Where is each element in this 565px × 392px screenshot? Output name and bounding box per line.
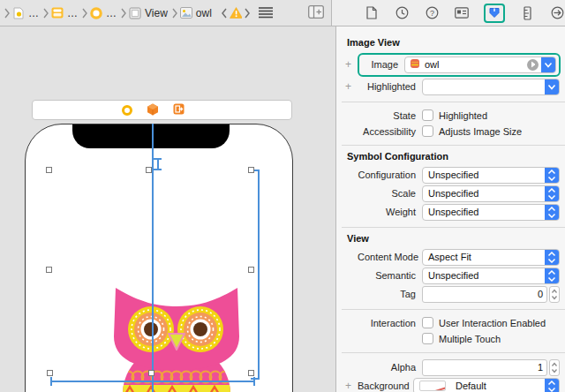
weight-popup[interactable]: Unspecified (422, 204, 560, 221)
storyboard-file-icon (12, 7, 25, 19)
breadcrumb-item-owl[interactable]: owl (180, 7, 212, 19)
separator (342, 352, 565, 353)
resize-handle-top-center[interactable] (146, 167, 152, 173)
inspector-tab-bar: ? (332, 0, 565, 26)
scale-popup[interactable]: Unspecified (422, 185, 560, 202)
bottom-line-right-cap (253, 377, 255, 386)
breadcrumb-label: … (28, 7, 39, 19)
breadcrumb-item-storyboard[interactable]: … (12, 7, 39, 19)
tag-stepper[interactable] (549, 286, 560, 303)
issues-list-icon[interactable] (258, 6, 274, 20)
chevron-right-icon (171, 8, 178, 19)
configuration-popup[interactable]: Unspecified (422, 167, 560, 184)
semantic-popup[interactable]: Unspecified (422, 268, 560, 284)
owl-image[interactable] (112, 288, 245, 392)
background-value: Default (456, 381, 486, 391)
breadcrumb-label: owl (196, 7, 212, 19)
section-title-symbol-configuration: Symbol Configuration (347, 151, 565, 162)
attributes-inspector-tab[interactable] (484, 4, 505, 23)
add-attribute-button[interactable]: + (345, 80, 358, 93)
highlighted-combo-box[interactable] (422, 79, 560, 95)
resize-handle-mid-left[interactable] (46, 267, 52, 273)
breadcrumb-item-view[interactable]: View (129, 7, 168, 19)
history-inspector-tab[interactable] (394, 5, 410, 21)
connections-inspector-tab[interactable] (549, 5, 565, 21)
attributes-inspector-panel: Image View + Image owl (336, 26, 565, 392)
svg-text:?: ? (429, 9, 433, 18)
view-controller-icon[interactable] (122, 105, 132, 116)
content-mode-row: Content Mode Aspect Fit (336, 248, 560, 266)
interface-builder-canvas[interactable] (0, 26, 336, 392)
chevron-up-down-icon (545, 204, 559, 221)
user-interaction-enabled-checkbox[interactable] (422, 317, 433, 328)
scale-row: Scale Unspecified (336, 185, 560, 202)
previous-issue-button[interactable] (221, 8, 228, 19)
status-bar-notch (72, 124, 230, 148)
chevron-down-icon[interactable] (545, 79, 559, 95)
resize-handle-top-right[interactable] (248, 167, 254, 173)
resize-handle-top-left[interactable] (46, 167, 52, 173)
resize-handle-mid-right[interactable] (248, 267, 254, 273)
alpha-stepper[interactable] (549, 359, 560, 376)
window-icon (51, 7, 64, 19)
image-label: Image (365, 59, 398, 70)
background-row: + Background Default (336, 377, 560, 392)
warning-triangle-icon[interactable] (230, 7, 242, 19)
multiple-touch-checkbox[interactable] (422, 333, 433, 344)
chevron-down-icon[interactable] (541, 57, 555, 73)
alpha-label: Alpha (358, 362, 416, 373)
alpha-field[interactable]: 1 (422, 359, 547, 376)
resize-handle-bottom-left[interactable] (47, 370, 53, 376)
add-editor-button[interactable] (308, 5, 324, 20)
state-row: State Highlighted (336, 108, 560, 123)
jump-to-image-icon[interactable] (527, 59, 539, 71)
trailing-bottom-tick (251, 378, 260, 380)
interaction-label: Interaction (358, 318, 416, 328)
view-icon (129, 7, 141, 19)
state-label: State (358, 110, 416, 121)
content-mode-popup[interactable]: Aspect Fit (422, 249, 560, 266)
quick-help-inspector-tab[interactable]: ? (424, 5, 440, 21)
xcode-window: … … … View (0, 0, 565, 392)
adjusts-image-size-checkbox[interactable] (422, 125, 433, 137)
image-row: + Image owl (336, 52, 560, 77)
user-interaction-enabled-label: User Interaction Enabled (439, 318, 546, 328)
scene-dock (32, 100, 292, 120)
tag-field[interactable]: 0 (422, 286, 547, 303)
weight-value: Unspecified (428, 207, 478, 217)
highlighted-checkbox[interactable] (422, 109, 433, 121)
resize-handle-bottom-right[interactable] (248, 370, 254, 376)
scale-label: Scale (358, 188, 416, 199)
exit-icon[interactable] (173, 103, 185, 117)
trailing-constraint-line (258, 170, 260, 380)
owl-thumbnail-icon (410, 58, 420, 71)
breadcrumb-item-view-controller[interactable]: … (90, 7, 117, 19)
highlighted-row: + Highlighted (336, 78, 560, 95)
tag-value: 0 (538, 289, 543, 299)
identity-inspector-tab[interactable] (454, 5, 470, 21)
content-mode-label: Content Mode (358, 252, 416, 262)
separator (342, 145, 565, 146)
background-popup[interactable]: Default (413, 378, 560, 392)
highlighted-checkbox-label: Highlighted (439, 110, 487, 121)
file-inspector-tab[interactable] (364, 5, 380, 21)
interaction-row: Interaction User Interaction Enabled (336, 315, 560, 330)
configuration-value: Unspecified (428, 170, 478, 180)
add-attribute-button[interactable]: + (345, 380, 358, 392)
separator (342, 102, 565, 102)
nil-color-swatch (419, 381, 446, 391)
size-inspector-tab[interactable] (519, 5, 535, 21)
image-combo-box[interactable]: owl (404, 57, 556, 73)
next-issue-button[interactable] (244, 8, 251, 19)
first-responder-icon[interactable] (147, 103, 159, 117)
add-attribute-button[interactable]: + (345, 58, 358, 71)
bottom-line-left-cap (50, 377, 52, 386)
jump-bar: … … … View (0, 0, 332, 26)
separator (342, 227, 565, 228)
breadcrumb-item-window[interactable]: … (51, 7, 78, 19)
section-title-image-view: Image View (347, 37, 565, 48)
chevron-up-down-icon (545, 185, 559, 202)
accessibility-row: Accessibility Adjusts Image Size (336, 124, 560, 139)
top-bar: … … … View (0, 0, 565, 26)
resize-handle-bottom-center[interactable] (148, 370, 154, 376)
